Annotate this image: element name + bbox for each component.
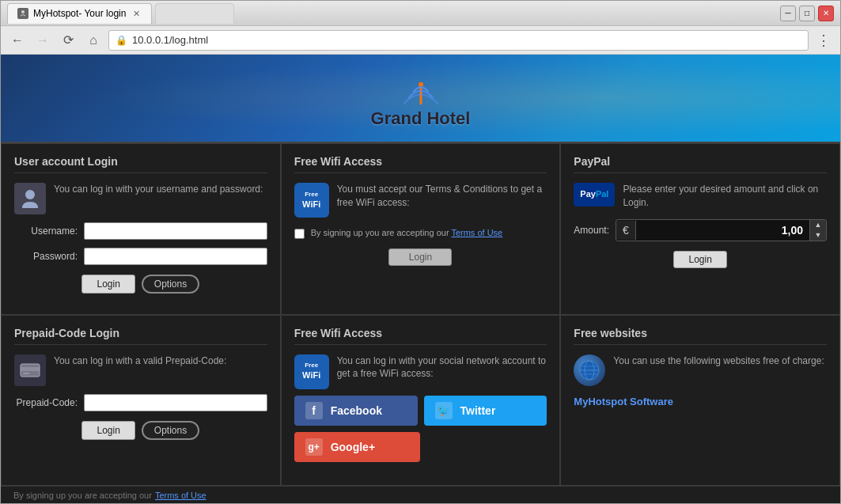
password-label: Password: [14, 251, 78, 262]
minimize-btn[interactable]: ─ [780, 6, 796, 21]
amount-up-btn[interactable]: ▲ [810, 220, 826, 230]
svg-rect-5 [21, 367, 40, 371]
svg-point-3 [25, 190, 35, 199]
svg-point-2 [419, 82, 423, 87]
prepaid-icon [14, 354, 46, 386]
free-wifi-social-desc: Free WiFi You can log in with your socia… [294, 354, 547, 389]
prepaid-description: You can log in with a valid Prepaid-Code… [54, 354, 226, 368]
user-options-btn[interactable]: Options [142, 275, 199, 294]
new-tab-area [155, 3, 234, 24]
tab-favicon [17, 8, 28, 19]
twitter-btn[interactable]: 🐦 Twitter [424, 396, 547, 426]
free-websites-title: Free websites [574, 327, 827, 345]
social-btn-row-2: g+ Google+ [294, 432, 547, 462]
nav-bar: ← → ⟳ ⌂ 🔒 10.0.0.1/log.html ⋮ [1, 26, 840, 55]
free-wifi-top-btn-row: Login [294, 248, 547, 266]
amount-row: Amount: € 1,00 ▲ ▼ [574, 219, 827, 241]
user-login-description: You can log in with your username and pa… [54, 183, 263, 196]
terms-link[interactable]: Terms of Use [451, 228, 502, 237]
amount-label: Amount: [574, 225, 609, 236]
user-icon [14, 183, 46, 214]
free-websites-description: You can use the following websites free … [613, 354, 824, 368]
paypal-panel: PayPal PayPal Please enter your desired … [560, 143, 840, 315]
free-wifi-login-btn[interactable]: Login [388, 248, 452, 266]
title-bar: MyHotspot- Your login ✕ ─ □ ✕ [1, 1, 840, 26]
main-grid: User account Login You can log in with y… [1, 142, 840, 486]
password-input[interactable] [84, 248, 267, 265]
googleplus-icon: g+ [305, 438, 323, 456]
globe-icon [574, 354, 605, 386]
wifi-social-badge-icon: Free WiFi [294, 354, 329, 389]
facebook-icon: f [305, 402, 323, 419]
wifi-tower-icon [397, 67, 445, 107]
hotel-name: Grand Hotel [371, 108, 471, 129]
close-btn[interactable]: ✕ [818, 6, 834, 21]
prepaid-btn-row: Login Options [14, 421, 267, 440]
user-login-btn[interactable]: Login [81, 275, 134, 294]
bottom-bar: By signing up you are accepting our Term… [1, 486, 840, 503]
terms-label: By signing up you are accepting our Term… [311, 227, 503, 239]
free-wifi-social-description: You can log in with your social network … [337, 354, 547, 381]
browser-menu-btn[interactable]: ⋮ [813, 30, 834, 51]
free-wifi-top-title: Free Wifi Access [294, 155, 547, 173]
twitter-icon: 🐦 [435, 402, 453, 419]
user-login-btn-row: Login Options [14, 275, 267, 294]
prepaid-title: Prepaid-Code Login [14, 327, 267, 345]
amount-spinners: ▲ ▼ [809, 220, 826, 241]
password-row: Password: [14, 248, 267, 265]
prepaid-label: Prepaid-Code: [14, 397, 78, 408]
user-login-panel: User account Login You can log in with y… [1, 143, 281, 315]
free-wifi-top-description: You must accept our Terms & Conditions t… [337, 183, 547, 210]
free-wifi-social-title: Free Wifi Access [294, 327, 547, 345]
paypal-title: PayPal [574, 155, 827, 173]
url-text: 10.0.0.1/log.html [132, 34, 208, 46]
forward-btn[interactable]: → [32, 30, 53, 51]
window-controls: ─ □ ✕ [780, 6, 834, 21]
terms-checkbox-row: By signing up you are accepting our Term… [294, 227, 547, 239]
header-banner: Grand Hotel [1, 55, 840, 142]
terms-checkbox[interactable] [294, 229, 305, 239]
googleplus-btn[interactable]: g+ Google+ [294, 432, 421, 462]
free-websites-desc: You can use the following websites free … [574, 354, 827, 386]
free-websites-panel: Free websites You can use the following … [560, 315, 840, 487]
home-btn[interactable]: ⌂ [83, 30, 104, 51]
browser-window: MyHotspot- Your login ✕ ─ □ ✕ ← → ⟳ ⌂ 🔒 … [0, 0, 841, 504]
reload-btn[interactable]: ⟳ [58, 30, 78, 51]
amount-input-wrapper: € 1,00 ▲ ▼ [616, 219, 827, 241]
user-login-title: User account Login [14, 155, 267, 173]
free-wifi-top-desc: Free WiFi You must accept our Terms & Co… [294, 183, 547, 218]
paypal-btn-row: Login [574, 251, 827, 268]
prepaid-options-btn[interactable]: Options [142, 421, 199, 440]
myhotspot-link[interactable]: MyHotspot Software [574, 396, 827, 407]
amount-value: 1,00 [636, 221, 809, 240]
paypal-logo: PayPal [574, 183, 615, 207]
bottom-text: By signing up you are accepting our [13, 491, 152, 500]
tab-close-btn[interactable]: ✕ [131, 8, 142, 19]
paypal-login-btn[interactable]: Login [673, 251, 726, 268]
prepaid-login-btn[interactable]: Login [81, 421, 134, 440]
wifi-badge-icon: Free WiFi [294, 183, 329, 218]
prepaid-input[interactable] [84, 394, 267, 411]
username-input[interactable] [84, 222, 267, 240]
free-wifi-social-panel: Free Wifi Access Free WiFi You can log i… [281, 315, 561, 487]
amount-down-btn[interactable]: ▼ [810, 230, 826, 241]
browser-tab[interactable]: MyHotspot- Your login ✕ [7, 3, 152, 24]
address-bar[interactable]: 🔒 10.0.0.1/log.html [108, 30, 809, 51]
svg-point-0 [21, 10, 25, 13]
username-row: Username: [14, 222, 267, 240]
paypal-description: Please enter your desired amount and cli… [623, 183, 827, 210]
svg-rect-6 [23, 373, 29, 374]
back-btn[interactable]: ← [7, 30, 28, 51]
page-content: Grand Hotel User account Login You can l… [1, 55, 840, 503]
maximize-btn[interactable]: □ [799, 6, 815, 21]
bottom-terms-link[interactable]: Terms of Use [155, 491, 206, 500]
title-bar-left: MyHotspot- Your login ✕ [7, 3, 234, 24]
prepaid-code-row: Prepaid-Code: [14, 394, 267, 411]
free-wifi-top-panel: Free Wifi Access Free WiFi You must acce… [281, 143, 561, 315]
tab-title: MyHotspot- Your login [33, 8, 126, 19]
social-btn-row-1: f Facebook 🐦 Twitter [294, 396, 547, 426]
facebook-btn[interactable]: f Facebook [294, 396, 418, 426]
username-label: Username: [14, 225, 78, 237]
user-login-desc: You can log in with your username and pa… [14, 183, 267, 214]
paypal-desc: PayPal Please enter your desired amount … [574, 183, 827, 210]
